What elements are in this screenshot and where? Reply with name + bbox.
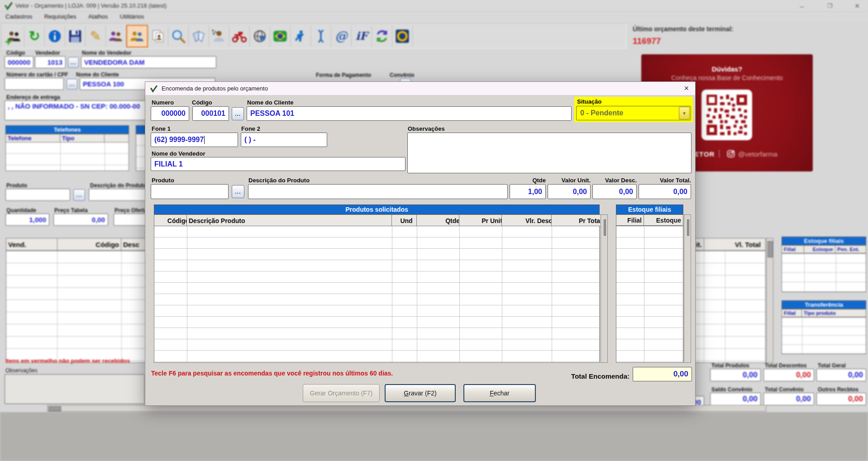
fechar-button[interactable]: Fechar	[463, 384, 536, 402]
vendedor-field[interactable]: 1013	[35, 56, 66, 68]
gerar-orcamento-button[interactable]: Gerar Orçamento (F7)	[303, 384, 380, 402]
observacoes-bg-field[interactable]	[5, 374, 145, 404]
menu-utilitarios[interactable]: Utilitários	[120, 12, 144, 22]
cliente-lookup-button[interactable]: ...	[67, 79, 77, 90]
preco-tabela-field[interactable]: 0,00	[53, 214, 108, 226]
fiscal-note-icon[interactable]: iF	[352, 26, 372, 47]
col-pr-total: Pr Total	[551, 214, 604, 227]
f6-hint: Tecle F6 para pesquisar as encomendas qu…	[151, 370, 393, 377]
refresh-icon[interactable]: ↻	[24, 26, 45, 47]
produto-lookup-button[interactable]: ...	[73, 189, 85, 201]
dlg-nome-cliente-field[interactable]: PESSOA 101	[247, 106, 572, 121]
info-icon[interactable]	[45, 26, 65, 47]
edit-icon[interactable]: ✎	[86, 26, 106, 47]
dlg-produto-field[interactable]	[151, 184, 229, 199]
telefones-col-extra	[104, 134, 129, 143]
produto-field[interactable]	[5, 189, 70, 201]
fone1-label: Fone 1	[152, 125, 171, 132]
transferencia-body[interactable]	[782, 317, 866, 354]
dialog-close-icon[interactable]: ×	[684, 84, 689, 93]
text-caret	[204, 136, 205, 144]
dlg-observacoes-field[interactable]	[407, 133, 692, 173]
promo-divider: |	[718, 148, 720, 158]
dlg-produto-label: Produto	[152, 177, 174, 184]
valor-desc-field[interactable]: 0,00	[592, 184, 637, 199]
dialog-titlebar[interactable]: Encomenda de produtos pelo orçamento ×	[145, 82, 695, 95]
valor-unit-label: Valor Unit.	[548, 177, 591, 184]
dlg-codigo-label: Código	[192, 99, 212, 106]
total-encomenda-label: Total Encomenda:	[562, 372, 630, 380]
outros-recbtos-field: 0,00	[816, 393, 866, 405]
products-table-body[interactable]	[154, 226, 600, 363]
nome-vendedor-field[interactable]: VENDEDORA DAM	[81, 56, 216, 68]
close-window-button-icon[interactable]: ×	[848, 0, 866, 12]
dlg-codigo-field[interactable]: 000101	[192, 106, 229, 121]
attend-customer-icon[interactable]	[209, 26, 229, 47]
telefones-body[interactable]	[5, 142, 129, 171]
gravar-button[interactable]: Gravar (F2)	[385, 384, 456, 402]
endereco-label: Endereço de entrega	[6, 94, 60, 100]
dlg-cliente-lookup-button[interactable]: ...	[232, 107, 244, 120]
copy-document-icon[interactable]	[148, 26, 168, 47]
fone1-field[interactable]: (62) 9999-9997	[151, 133, 238, 147]
codigo-field[interactable]: 000000	[5, 56, 33, 68]
situacao-combobox[interactable]: 0 - Pendente ▾	[576, 106, 691, 120]
customer-lookup-icon[interactable]	[126, 25, 148, 48]
menu-requisicoes[interactable]: Requisições	[44, 12, 76, 22]
total-geral-label: Total Geral	[818, 362, 846, 369]
fone2-field[interactable]: ( ) -	[241, 133, 327, 147]
convenio-label: Convênio	[390, 72, 415, 78]
add-customer-icon[interactable]	[4, 26, 24, 47]
observacoes-bg-label: Observações	[5, 367, 38, 374]
fechar-accel: F	[490, 390, 494, 397]
minimize-button-icon[interactable]: –	[793, 0, 811, 12]
dlg-descricao-field[interactable]	[248, 184, 508, 199]
dlg-nome-cliente-label: Nome do Cliente	[247, 99, 294, 106]
h-scrollbar[interactable]	[47, 405, 766, 412]
products-table-columns: Código Descrição Produto Und Qtde. Pr Un…	[154, 214, 600, 226]
dlg-estoque-body[interactable]	[616, 226, 683, 363]
toolbar: ↻✎@iF	[1, 23, 627, 49]
qr-code	[701, 90, 752, 140]
sync-icon[interactable]	[372, 26, 392, 47]
brazil-flag-icon[interactable]	[270, 26, 291, 47]
bg-estoque-body[interactable]	[782, 253, 866, 292]
dlg-numero-field[interactable]: 000000	[151, 106, 189, 121]
quantidade-field[interactable]: 1,000	[5, 214, 49, 226]
search-icon[interactable]	[168, 26, 189, 47]
save-icon[interactable]	[65, 26, 86, 47]
qtde-field[interactable]: 1,00	[510, 184, 546, 199]
valor-unit-field[interactable]: 0,00	[548, 184, 591, 199]
delivery-icon[interactable]	[229, 26, 250, 47]
col-codigo: Código	[154, 214, 191, 227]
situacao-value: 0 - Pendente	[577, 109, 679, 117]
grid-col-codigo: Código	[57, 238, 121, 251]
spiral-icon[interactable]: @	[331, 26, 352, 47]
col-vlr-desc: Vlr. Desc.	[501, 214, 556, 227]
menu-cadastros[interactable]: Cadastros	[5, 12, 32, 22]
catalog-icon[interactable]	[189, 26, 209, 47]
chevron-down-icon[interactable]: ▾	[679, 107, 690, 119]
dlg-produto-lookup-button[interactable]: ...	[232, 185, 244, 198]
menu-atalhos[interactable]: Atalhos	[88, 12, 108, 22]
vendedor-label: Vendedor	[35, 50, 60, 56]
gravar-accel: G	[404, 390, 409, 397]
dlg-estoque-scrollbar[interactable]	[684, 214, 691, 363]
bg-estoque-col-filial: Filial	[782, 245, 804, 253]
saldo-convenio-field: 0,00	[710, 393, 761, 405]
items-grid-scrollbar[interactable]	[766, 238, 773, 363]
window-titlebar: Vetor - Orçamento | LOJA: 009 | Versão 2…	[0, 0, 868, 12]
dlg-nome-vendedor-field[interactable]: FILIAL 1	[151, 157, 405, 171]
valor-total-field[interactable]: 0,00	[639, 184, 691, 199]
dlg-descricao-label: Descrição do Produto	[248, 177, 310, 184]
dna-icon[interactable]	[311, 26, 331, 47]
web-shop-icon[interactable]	[250, 26, 270, 47]
cartao-field[interactable]	[5, 78, 64, 90]
ring-icon[interactable]	[392, 26, 413, 47]
products-table-scrollbar[interactable]	[601, 214, 608, 363]
vendedor-lookup-button[interactable]: ...	[68, 57, 79, 68]
descricao-produto-field[interactable]	[89, 189, 152, 201]
restore-button-icon[interactable]: ❐	[821, 0, 839, 12]
person-icon[interactable]	[291, 26, 311, 47]
customers-icon[interactable]	[106, 26, 126, 47]
